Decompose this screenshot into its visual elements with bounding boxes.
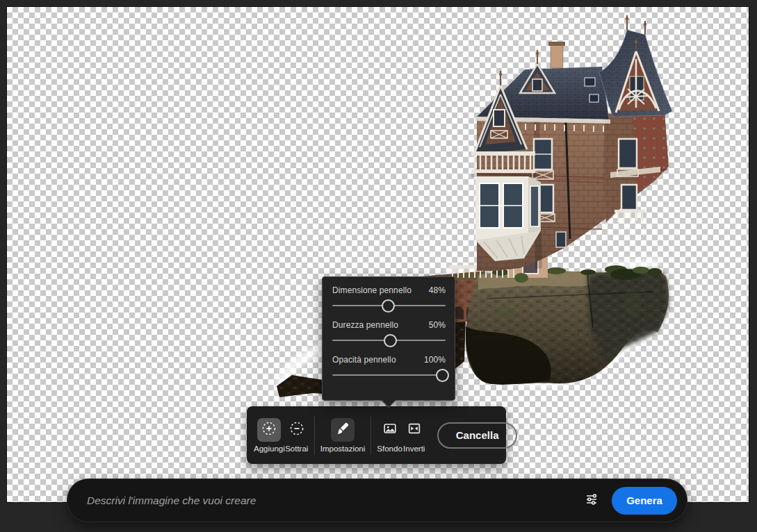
brush-settings-panel: Dimensione pennello 48% Durezza pennello… — [322, 276, 455, 401]
brush-opacity-slider[interactable] — [436, 369, 449, 382]
balconet — [614, 210, 645, 222]
toolbar-divider — [371, 416, 371, 455]
brush-size-slider[interactable] — [382, 299, 395, 313]
villa-building — [449, 15, 672, 283]
generation-settings-button[interactable] — [581, 490, 602, 511]
brush-opacity-row: Opacità pennello 100% — [332, 355, 446, 383]
sliders-icon — [585, 492, 599, 509]
brush-hardness-value: 50% — [429, 320, 446, 330]
tool-sfondo[interactable]: Sfondo — [377, 418, 402, 453]
brush-size-label: Dimensione pennello — [332, 285, 412, 295]
tool-aggiungi[interactable]: Aggiungi — [254, 418, 285, 453]
generate-button[interactable]: Genera — [612, 487, 677, 515]
add-selection-icon — [261, 420, 277, 440]
tool-sottrai-label: Sottrai — [285, 444, 308, 453]
brush-opacity-track[interactable] — [332, 374, 446, 376]
tool-inverti[interactable]: Inverti — [402, 418, 426, 453]
tool-impostazioni-label: Impostazioni — [320, 444, 366, 453]
selection-toolbar: Aggiungi Sottrai Impostazioni — [247, 406, 506, 464]
tool-sfondo-label: Sfondo — [377, 444, 402, 453]
invert-selection-icon — [407, 421, 422, 439]
tool-sottrai[interactable]: Sottrai — [285, 418, 309, 453]
tool-impostazioni[interactable]: Impostazioni — [320, 418, 366, 453]
brush-size-value: 48% — [429, 285, 446, 295]
brush-opacity-label: Opacità pennello — [332, 355, 396, 365]
brush-hardness-label: Durezza pennello — [332, 320, 398, 330]
brush-opacity-value: 100% — [424, 355, 446, 365]
brush-hardness-row: Durezza pennello 50% — [332, 320, 446, 349]
subtract-selection-icon — [288, 420, 305, 440]
tool-aggiungi-label: Aggiungi — [254, 444, 285, 453]
prompt-bar: Genera — [67, 479, 687, 522]
prompt-input[interactable] — [87, 494, 581, 507]
brush-settings-icon — [335, 421, 350, 439]
brush-size-row: Dimensione pennello 48% — [332, 285, 446, 314]
background-icon — [382, 421, 398, 439]
brush-hardness-slider[interactable] — [384, 334, 397, 347]
cancel-button[interactable]: Cancella — [437, 422, 518, 449]
tool-inverti-label: Inverti — [403, 444, 425, 453]
toolbar-divider — [314, 416, 315, 455]
